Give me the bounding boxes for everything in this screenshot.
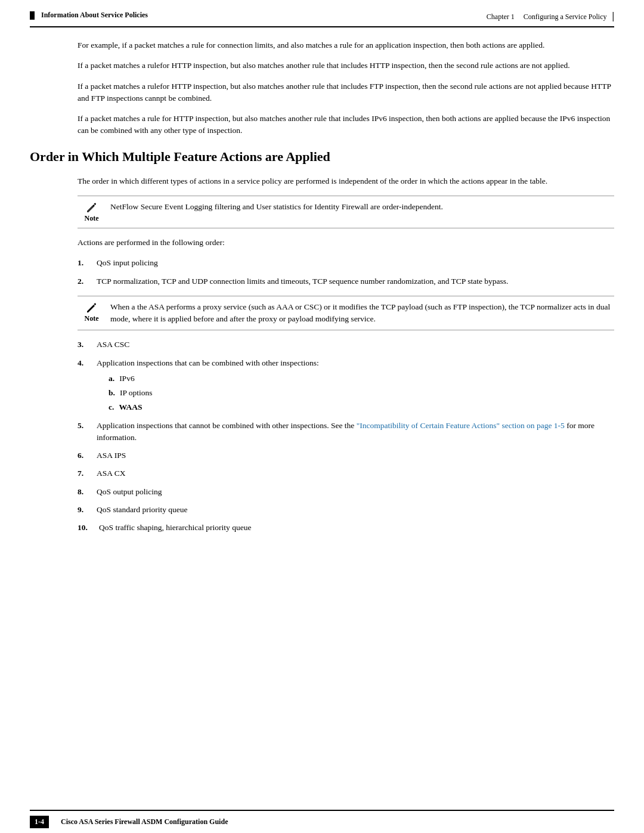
list-content-2: TCP normalization, TCP and UDP connectio… bbox=[97, 275, 614, 287]
list-num-5: 5. bbox=[78, 420, 97, 432]
list-item-4: 4. Application inspections that can be c… bbox=[78, 357, 614, 416]
note-label-2: Note bbox=[85, 314, 99, 323]
intro-para-3: If a packet matches a rulefor HTTP inspe… bbox=[78, 80, 614, 105]
sub-item-4b: IP options bbox=[109, 387, 319, 399]
list-section-2: 3. ASA CSC 4. Application inspections th… bbox=[78, 339, 614, 534]
list-item-1: 1. QoS input policing bbox=[78, 257, 614, 269]
page-header: Information About Service Policies Chapt… bbox=[0, 0, 644, 26]
list-item-9: 9. QoS standard priority queue bbox=[78, 504, 614, 516]
list-content-9: QoS standard priority queue bbox=[97, 504, 188, 516]
sub-item-4a: IPv6 bbox=[109, 373, 319, 385]
actions-intro: Actions are performed in the following o… bbox=[78, 237, 614, 249]
sub-list-4: IPv6 IP options WAAS bbox=[109, 373, 319, 414]
list-item-3: 3. ASA CSC bbox=[78, 339, 614, 351]
list-content-5: Application inspections that cannot be c… bbox=[97, 420, 614, 444]
list-item-5: 5. Application inspections that cannot b… bbox=[78, 420, 614, 444]
list-num-2: 2. bbox=[78, 275, 97, 287]
sub-item-4c: WAAS bbox=[109, 401, 319, 413]
list-content-10: QoS traffic shaping, hierarchical priori… bbox=[99, 522, 251, 534]
list-content-3: ASA CSC bbox=[97, 339, 129, 351]
intro-para-2: If a packet matches a rulefor HTTP inspe… bbox=[78, 60, 614, 72]
header-left-label: Information About Service Policies bbox=[30, 11, 148, 20]
note-content-1: NetFlow Secure Event Logging filtering a… bbox=[110, 201, 614, 213]
list-item-7: 7. ASA CX bbox=[78, 467, 614, 479]
note-content-2: When a the ASA performs a proxy service … bbox=[110, 301, 614, 326]
list-num-3: 3. bbox=[78, 339, 97, 351]
pencil-icon-2 bbox=[85, 301, 98, 314]
footer-content: 1-4 Cisco ASA Series Firewall ASDM Confi… bbox=[0, 811, 644, 833]
list-content-4: Application inspections that can be comb… bbox=[97, 357, 319, 416]
header-right-section: Chapter 1 Configuring a Service Policy | bbox=[487, 11, 614, 21]
list-content-7: ASA CX bbox=[97, 467, 125, 479]
body-text: The order in which different types of ac… bbox=[78, 175, 614, 187]
list-num-8: 8. bbox=[78, 486, 97, 498]
list-section-1: 1. QoS input policing 2. TCP normalizati… bbox=[78, 257, 614, 287]
list-content-6: ASA IPS bbox=[97, 450, 126, 462]
page-footer: 1-4 Cisco ASA Series Firewall ASDM Confi… bbox=[0, 810, 644, 833]
intro-para-4: If a packet matches a rule for HTTP insp… bbox=[78, 113, 614, 137]
section-heading: Order in Which Multiple Feature Actions … bbox=[30, 149, 614, 165]
list-num-9: 9. bbox=[78, 504, 97, 516]
list-num-1: 1. bbox=[78, 257, 97, 269]
note-box-2: Note When a the ASA performs a proxy ser… bbox=[78, 296, 614, 331]
list-content-8: QoS output policing bbox=[97, 486, 162, 498]
list-content-1: QoS input policing bbox=[97, 257, 614, 269]
main-content: For example, if a packet matches a rule … bbox=[0, 27, 644, 552]
note-label-1: Note bbox=[85, 214, 99, 223]
footer-title: Cisco ASA Series Firewall ASDM Configura… bbox=[61, 817, 228, 826]
intro-para-1: For example, if a packet matches a rule … bbox=[78, 39, 614, 51]
note-icon-area-2: Note bbox=[78, 301, 110, 323]
list-item-2: 2. TCP normalization, TCP and UDP connec… bbox=[78, 275, 614, 287]
list-num-6: 6. bbox=[78, 450, 97, 462]
incompatibility-link[interactable]: "Incompatibility of Certain Feature Acti… bbox=[357, 421, 565, 430]
list-item-10: 10. QoS traffic shaping, hierarchical pr… bbox=[78, 522, 614, 534]
footer-page-num: 1-4 bbox=[30, 816, 49, 828]
note-box-1: Note NetFlow Secure Event Logging filter… bbox=[78, 196, 614, 228]
list-num-10: 10. bbox=[78, 522, 99, 534]
intro-section: For example, if a packet matches a rule … bbox=[78, 39, 614, 137]
list-item-6: 6. ASA IPS bbox=[78, 450, 614, 462]
list-num-7: 7. bbox=[78, 467, 97, 479]
list-item-8: 8. QoS output policing bbox=[78, 486, 614, 498]
list-num-4: 4. bbox=[78, 357, 97, 369]
pencil-icon-1 bbox=[85, 201, 98, 214]
note-icon-area-1: Note bbox=[78, 201, 110, 223]
